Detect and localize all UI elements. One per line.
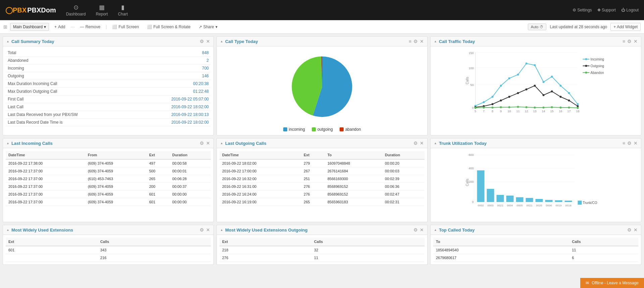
last-incoming-body: DateTime From Ext Duration 2016-09-22 17… [3,148,213,209]
call-summary-title: Call Summary Today [6,39,54,44]
gear-icon[interactable]: ⚙ [413,227,418,233]
menu-icon[interactable]: ≡ [623,39,625,44]
cell-3: 00:00:00 [169,198,211,206]
widget-call-type: Call Type Today ≡ ⚙ ✕ [216,36,428,135]
close-icon[interactable]: ✕ [634,227,638,233]
table-row: 2016-09-22 17:37:00(609) 374-405920000:0… [6,183,211,191]
widget-call-summary-controls: ⚙ ✕ [200,39,210,44]
nav-dashboard[interactable]: ⊙ Dashboard [66,4,86,16]
close-icon[interactable]: ✕ [420,39,424,44]
bar-0006 [545,200,553,202]
add-widget-button[interactable]: + Add Widget [610,23,641,31]
svg-text:0003: 0003 [488,204,494,207]
summary-label: Max Duration Outgoing Call [6,88,137,95]
gear-icon[interactable]: ⚙ [627,140,632,146]
svg-point-69 [585,72,587,74]
menu-icon[interactable]: ≡ [409,39,411,44]
cell-3: 00:00:58 [169,159,211,167]
gear-icon[interactable]: ⚙ [200,227,204,233]
bar-0004 [506,196,514,202]
close-icon[interactable]: ✕ [634,39,638,44]
svg-text:100: 100 [468,67,474,70]
table-row: 216 [6,254,211,262]
trunk-legend-dot [578,201,582,205]
auto-badge[interactable]: Auto ⏱ [528,24,547,30]
cell-0 [6,254,98,262]
svg-text:0: 0 [472,200,474,204]
bar-0018 [565,201,572,202]
gear-icon[interactable]: ⚙ [413,39,418,44]
cell-1: 343 [98,246,211,254]
nav-items: ⊙ Dashboard ▦ Report ▮ Chart [66,4,128,16]
share-button[interactable]: ↗ Share ▾ [196,23,220,31]
svg-point-28 [517,74,519,76]
close-icon[interactable]: ✕ [206,227,210,233]
table-row: 2016-09-22 16:24:00276856896915200:02:47 [219,191,425,198]
cell-1: 216 [98,254,211,262]
nav-left: ◯PBXPBXDom ⊙ Dashboard ▦ Report ▮ Chart [5,4,128,16]
summary-value: 01:22:48 [137,88,211,95]
cell-0: 2016-09-22 17:00:00 [219,167,301,175]
logo[interactable]: ◯PBXPBXDom [5,6,56,14]
gear-icon[interactable]: ⚙ [627,227,632,233]
summary-label: Last Data Received from your PBX/SW [6,111,137,119]
svg-text:600: 600 [468,153,474,157]
svg-point-42 [526,88,528,90]
svg-point-63 [585,58,587,60]
fullscreen-rotate-button[interactable]: ⬜ Full Screen & Rotate [144,23,193,31]
cell-2: 16097048848 [325,159,382,167]
close-icon[interactable]: ✕ [420,227,424,233]
logout-link[interactable]: ⏻ Logout [621,8,639,12]
support-link[interactable]: ✚ Support [597,8,616,12]
cell-3: 00:00:20 [382,159,425,167]
summary-label: Abandoned [6,57,137,65]
svg-text:13: 13 [533,110,536,113]
nav-report[interactable]: ▦ Report [96,4,108,16]
cell-1: (609) 374-4059 [85,159,147,167]
svg-point-52 [500,106,502,108]
cell-2: 8568969152 [325,191,382,198]
gear-icon[interactable]: ⚙ [200,140,204,146]
outgoing-dot [312,127,316,131]
close-icon[interactable]: ✕ [206,140,210,146]
svg-text:0020: 0020 [536,204,542,207]
gear-icon[interactable]: ⚙ [627,39,632,44]
add-button[interactable]: + Add [52,23,68,31]
remove-button[interactable]: — Remove [77,23,103,31]
close-icon[interactable]: ✕ [420,140,424,146]
bar-0002 [477,170,485,202]
cell-0: 2016-09-22 17:37:00 [6,198,85,206]
bar-chart: Calls 600 400 200 0 [433,151,638,218]
col-from: From [85,151,147,159]
settings-link[interactable]: ⚙ Settings [573,8,592,12]
svg-text:0005: 0005 [517,204,523,207]
table-row: Incoming 700 [6,65,211,72]
svg-text:150: 150 [468,51,474,55]
summary-value: 00:20:38 [137,80,211,88]
table-row: 2016-09-22 17:38:00(609) 374-405949700:0… [6,159,211,167]
summary-label: Outgoing [6,72,137,80]
menu-icon[interactable]: ≡ [623,140,625,146]
widget-call-summary: Call Summary Today ⚙ ✕ Total 848Abandone… [3,36,214,135]
bar-0003 [487,189,494,202]
close-icon[interactable]: ✕ [206,39,210,44]
fullscreen-button[interactable]: ⬜ Full Screen [109,23,142,31]
legend-incoming: incoming [283,127,305,132]
last-outgoing-body: DateTime Ext To Duration 2016-09-22 18:0… [217,148,427,209]
close-icon[interactable]: ✕ [634,140,638,146]
last-outgoing-title: Last Outgoing Calls [220,141,266,146]
dashboard-selector[interactable]: Main Dashboard ▾ [10,23,49,31]
most-used-outgoing-table: Ext Calls 2183227611 [219,238,425,262]
cell-1: (609) 374-4059 [85,183,147,191]
summary-label: Incoming [6,65,137,72]
svg-text:17: 17 [567,110,571,113]
call-type-body: incoming outgoing abandon [217,46,427,135]
call-traffic-title: Call Traffic Today [434,39,475,44]
svg-point-46 [560,96,562,98]
svg-text:8: 8 [492,110,493,113]
last-outgoing-table: DateTime Ext To Duration 2016-09-22 18:0… [219,151,425,206]
gear-icon[interactable]: ⚙ [200,39,204,44]
nav-chart[interactable]: ▮ Chart [118,4,128,16]
toolbar-right: Auto ⏱ Last updated at 28 seconds ago + … [528,23,641,31]
gear-icon[interactable]: ⚙ [413,140,418,146]
